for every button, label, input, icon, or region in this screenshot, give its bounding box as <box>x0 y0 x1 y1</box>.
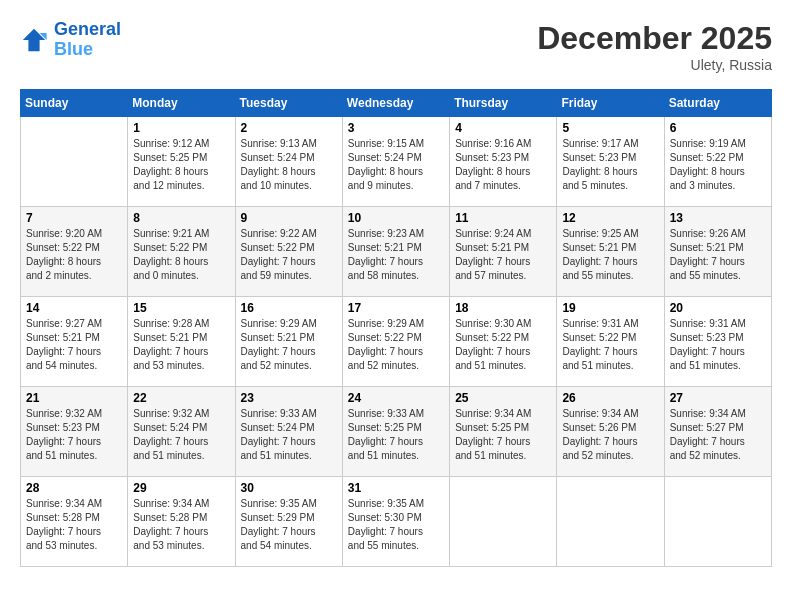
day-number: 23 <box>241 391 337 405</box>
calendar-cell: 3Sunrise: 9:15 AMSunset: 5:24 PMDaylight… <box>342 117 449 207</box>
day-info: Sunrise: 9:35 AMSunset: 5:29 PMDaylight:… <box>241 497 337 553</box>
logo-text: General Blue <box>54 20 121 60</box>
day-info: Sunrise: 9:13 AMSunset: 5:24 PMDaylight:… <box>241 137 337 193</box>
day-number: 31 <box>348 481 444 495</box>
day-info: Sunrise: 9:34 AMSunset: 5:25 PMDaylight:… <box>455 407 551 463</box>
day-number: 1 <box>133 121 229 135</box>
calendar-cell: 8Sunrise: 9:21 AMSunset: 5:22 PMDaylight… <box>128 207 235 297</box>
col-header-saturday: Saturday <box>664 90 771 117</box>
calendar-cell: 31Sunrise: 9:35 AMSunset: 5:30 PMDayligh… <box>342 477 449 567</box>
day-number: 15 <box>133 301 229 315</box>
day-info: Sunrise: 9:32 AMSunset: 5:23 PMDaylight:… <box>26 407 122 463</box>
day-number: 9 <box>241 211 337 225</box>
calendar-cell <box>450 477 557 567</box>
week-row-0: 1Sunrise: 9:12 AMSunset: 5:25 PMDaylight… <box>21 117 772 207</box>
day-info: Sunrise: 9:35 AMSunset: 5:30 PMDaylight:… <box>348 497 444 553</box>
day-number: 12 <box>562 211 658 225</box>
day-info: Sunrise: 9:30 AMSunset: 5:22 PMDaylight:… <box>455 317 551 373</box>
day-number: 4 <box>455 121 551 135</box>
day-info: Sunrise: 9:12 AMSunset: 5:25 PMDaylight:… <box>133 137 229 193</box>
day-number: 28 <box>26 481 122 495</box>
day-number: 25 <box>455 391 551 405</box>
calendar-header-row: SundayMondayTuesdayWednesdayThursdayFrid… <box>21 90 772 117</box>
day-info: Sunrise: 9:17 AMSunset: 5:23 PMDaylight:… <box>562 137 658 193</box>
col-header-friday: Friday <box>557 90 664 117</box>
week-row-3: 21Sunrise: 9:32 AMSunset: 5:23 PMDayligh… <box>21 387 772 477</box>
calendar-cell: 22Sunrise: 9:32 AMSunset: 5:24 PMDayligh… <box>128 387 235 477</box>
day-number: 18 <box>455 301 551 315</box>
day-number: 6 <box>670 121 766 135</box>
calendar-cell <box>21 117 128 207</box>
col-header-wednesday: Wednesday <box>342 90 449 117</box>
calendar-cell: 21Sunrise: 9:32 AMSunset: 5:23 PMDayligh… <box>21 387 128 477</box>
calendar-cell: 16Sunrise: 9:29 AMSunset: 5:21 PMDayligh… <box>235 297 342 387</box>
day-number: 16 <box>241 301 337 315</box>
calendar-table: SundayMondayTuesdayWednesdayThursdayFrid… <box>20 89 772 567</box>
day-info: Sunrise: 9:31 AMSunset: 5:23 PMDaylight:… <box>670 317 766 373</box>
col-header-tuesday: Tuesday <box>235 90 342 117</box>
day-info: Sunrise: 9:31 AMSunset: 5:22 PMDaylight:… <box>562 317 658 373</box>
calendar-cell: 13Sunrise: 9:26 AMSunset: 5:21 PMDayligh… <box>664 207 771 297</box>
week-row-1: 7Sunrise: 9:20 AMSunset: 5:22 PMDaylight… <box>21 207 772 297</box>
day-number: 27 <box>670 391 766 405</box>
day-info: Sunrise: 9:34 AMSunset: 5:28 PMDaylight:… <box>26 497 122 553</box>
day-info: Sunrise: 9:32 AMSunset: 5:24 PMDaylight:… <box>133 407 229 463</box>
day-info: Sunrise: 9:15 AMSunset: 5:24 PMDaylight:… <box>348 137 444 193</box>
calendar-cell: 23Sunrise: 9:33 AMSunset: 5:24 PMDayligh… <box>235 387 342 477</box>
calendar-cell: 20Sunrise: 9:31 AMSunset: 5:23 PMDayligh… <box>664 297 771 387</box>
day-info: Sunrise: 9:29 AMSunset: 5:21 PMDaylight:… <box>241 317 337 373</box>
month-year-title: December 2025 <box>537 20 772 57</box>
day-info: Sunrise: 9:33 AMSunset: 5:25 PMDaylight:… <box>348 407 444 463</box>
calendar-cell <box>557 477 664 567</box>
calendar-cell: 27Sunrise: 9:34 AMSunset: 5:27 PMDayligh… <box>664 387 771 477</box>
day-number: 14 <box>26 301 122 315</box>
calendar-cell: 5Sunrise: 9:17 AMSunset: 5:23 PMDaylight… <box>557 117 664 207</box>
logo: General Blue <box>20 20 121 60</box>
day-info: Sunrise: 9:24 AMSunset: 5:21 PMDaylight:… <box>455 227 551 283</box>
calendar-cell: 29Sunrise: 9:34 AMSunset: 5:28 PMDayligh… <box>128 477 235 567</box>
calendar-cell: 26Sunrise: 9:34 AMSunset: 5:26 PMDayligh… <box>557 387 664 477</box>
calendar-cell: 10Sunrise: 9:23 AMSunset: 5:21 PMDayligh… <box>342 207 449 297</box>
day-info: Sunrise: 9:23 AMSunset: 5:21 PMDaylight:… <box>348 227 444 283</box>
calendar-cell: 4Sunrise: 9:16 AMSunset: 5:23 PMDaylight… <box>450 117 557 207</box>
calendar-cell <box>664 477 771 567</box>
day-number: 3 <box>348 121 444 135</box>
day-info: Sunrise: 9:29 AMSunset: 5:22 PMDaylight:… <box>348 317 444 373</box>
week-row-2: 14Sunrise: 9:27 AMSunset: 5:21 PMDayligh… <box>21 297 772 387</box>
day-number: 26 <box>562 391 658 405</box>
day-number: 7 <box>26 211 122 225</box>
day-info: Sunrise: 9:34 AMSunset: 5:26 PMDaylight:… <box>562 407 658 463</box>
day-info: Sunrise: 9:22 AMSunset: 5:22 PMDaylight:… <box>241 227 337 283</box>
calendar-cell: 2Sunrise: 9:13 AMSunset: 5:24 PMDaylight… <box>235 117 342 207</box>
calendar-cell: 18Sunrise: 9:30 AMSunset: 5:22 PMDayligh… <box>450 297 557 387</box>
day-number: 21 <box>26 391 122 405</box>
calendar-cell: 30Sunrise: 9:35 AMSunset: 5:29 PMDayligh… <box>235 477 342 567</box>
calendar-cell: 28Sunrise: 9:34 AMSunset: 5:28 PMDayligh… <box>21 477 128 567</box>
day-number: 11 <box>455 211 551 225</box>
calendar-cell: 6Sunrise: 9:19 AMSunset: 5:22 PMDaylight… <box>664 117 771 207</box>
day-info: Sunrise: 9:33 AMSunset: 5:24 PMDaylight:… <box>241 407 337 463</box>
page-header: General Blue December 2025 Ulety, Russia <box>20 20 772 73</box>
day-number: 19 <box>562 301 658 315</box>
day-number: 30 <box>241 481 337 495</box>
day-info: Sunrise: 9:28 AMSunset: 5:21 PMDaylight:… <box>133 317 229 373</box>
day-number: 10 <box>348 211 444 225</box>
day-number: 29 <box>133 481 229 495</box>
day-info: Sunrise: 9:16 AMSunset: 5:23 PMDaylight:… <box>455 137 551 193</box>
calendar-cell: 15Sunrise: 9:28 AMSunset: 5:21 PMDayligh… <box>128 297 235 387</box>
day-number: 22 <box>133 391 229 405</box>
calendar-cell: 17Sunrise: 9:29 AMSunset: 5:22 PMDayligh… <box>342 297 449 387</box>
day-info: Sunrise: 9:25 AMSunset: 5:21 PMDaylight:… <box>562 227 658 283</box>
calendar-cell: 24Sunrise: 9:33 AMSunset: 5:25 PMDayligh… <box>342 387 449 477</box>
col-header-monday: Monday <box>128 90 235 117</box>
calendar-cell: 12Sunrise: 9:25 AMSunset: 5:21 PMDayligh… <box>557 207 664 297</box>
calendar-cell: 7Sunrise: 9:20 AMSunset: 5:22 PMDaylight… <box>21 207 128 297</box>
day-info: Sunrise: 9:27 AMSunset: 5:21 PMDaylight:… <box>26 317 122 373</box>
calendar-cell: 11Sunrise: 9:24 AMSunset: 5:21 PMDayligh… <box>450 207 557 297</box>
day-number: 8 <box>133 211 229 225</box>
day-info: Sunrise: 9:19 AMSunset: 5:22 PMDaylight:… <box>670 137 766 193</box>
day-info: Sunrise: 9:34 AMSunset: 5:27 PMDaylight:… <box>670 407 766 463</box>
day-info: Sunrise: 9:20 AMSunset: 5:22 PMDaylight:… <box>26 227 122 283</box>
logo-icon <box>20 26 48 54</box>
calendar-cell: 9Sunrise: 9:22 AMSunset: 5:22 PMDaylight… <box>235 207 342 297</box>
